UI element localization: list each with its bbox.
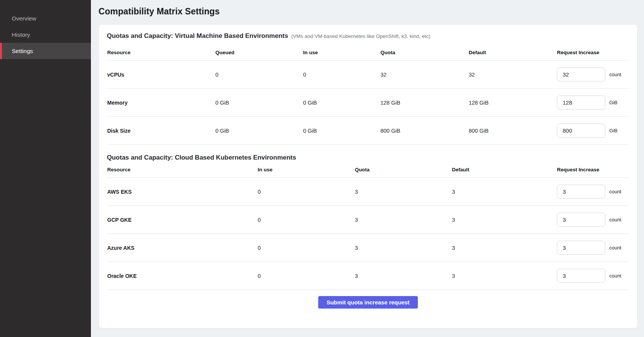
- cloud-section-header: Quotas and Capacity: Cloud Based Kuberne…: [107, 154, 629, 161]
- column-header-resource: Resource: [107, 40, 215, 61]
- table-header-row: Resource In use Quota Default Request In…: [107, 161, 629, 178]
- vm-section-title: Quotas and Capacity: Virtual Machine Bas…: [107, 32, 288, 40]
- resource-name: Memory: [107, 89, 215, 117]
- queued-value: 0: [215, 61, 303, 89]
- request-increase-input[interactable]: [557, 241, 605, 255]
- default-value: 32: [468, 61, 556, 89]
- quota-value: 3: [355, 234, 452, 262]
- in-use-value: 0: [257, 234, 354, 262]
- table-row: GCP GKE 0 3 3 count: [107, 206, 629, 234]
- column-header-queued: Queued: [215, 40, 303, 61]
- queued-value: 0 GiB: [215, 117, 303, 145]
- default-value: 128 GiB: [468, 89, 556, 117]
- quota-table-vm: Resource Queued In use Quota Default Req…: [107, 40, 629, 145]
- sidebar-item-label: Overview: [12, 15, 36, 22]
- column-header-quota: Quota: [355, 161, 452, 178]
- table-row: Oracle OKE 0 3 3 count: [107, 262, 629, 290]
- in-use-value: 0: [257, 262, 354, 290]
- submit-quota-request-button[interactable]: Submit quota increase request: [318, 296, 418, 309]
- sidebar-item-label: History: [12, 31, 30, 38]
- default-value: 3: [452, 206, 556, 234]
- table-row: Disk Size 0 GiB 0 GiB 800 GiB 800 GiB Gi…: [107, 117, 629, 145]
- quota-value: 800 GiB: [380, 117, 468, 145]
- column-header-request-increase: Request Increase: [556, 40, 629, 61]
- resource-name: vCPUs: [107, 61, 215, 89]
- resource-name: Azure AKS: [107, 234, 257, 262]
- sidebar-item-label: Settings: [12, 48, 33, 55]
- column-header-default: Default: [468, 40, 556, 61]
- request-increase-input[interactable]: [557, 213, 605, 227]
- in-use-value: 0: [257, 206, 354, 234]
- resource-name: Oracle OKE: [107, 262, 257, 290]
- in-use-value: 0: [257, 178, 354, 206]
- unit-label: GiB: [609, 100, 617, 105]
- column-header-default: Default: [452, 161, 556, 178]
- resource-name: Disk Size: [107, 117, 215, 145]
- resource-name: GCP GKE: [107, 206, 257, 234]
- quota-value: 32: [380, 61, 468, 89]
- quota-value: 3: [355, 178, 452, 206]
- unit-label: count: [609, 245, 621, 251]
- default-value: 3: [452, 262, 556, 290]
- sidebar-item-history[interactable]: History: [0, 27, 91, 43]
- unit-label: count: [609, 72, 621, 77]
- default-value: 800 GiB: [468, 117, 556, 145]
- request-increase-input[interactable]: [557, 96, 605, 110]
- table-row: Memory 0 GiB 0 GiB 128 GiB 128 GiB GiB: [107, 89, 629, 117]
- footer-bar: Submit quota increase request: [107, 290, 629, 309]
- table-row: vCPUs 0 0 32 32 count: [107, 61, 629, 89]
- quota-value: 3: [355, 206, 452, 234]
- sidebar: Overview History Settings: [0, 0, 91, 337]
- resource-name: AWS EKS: [107, 178, 257, 206]
- in-use-value: 0 GiB: [303, 117, 380, 145]
- quota-value: 3: [355, 262, 452, 290]
- column-header-in-use: In use: [257, 161, 354, 178]
- column-header-quota: Quota: [380, 40, 468, 61]
- default-value: 3: [452, 234, 556, 262]
- column-header-resource: Resource: [107, 161, 257, 178]
- request-increase-input[interactable]: [557, 124, 605, 138]
- column-header-request-increase: Request Increase: [556, 161, 629, 178]
- active-indicator: [0, 43, 2, 59]
- sidebar-item-settings[interactable]: Settings: [0, 43, 91, 59]
- vm-section-subtitle: (VMs and VM-based Kubernetes like OpenSh…: [291, 33, 431, 39]
- in-use-value: 0: [303, 61, 380, 89]
- settings-card: Quotas and Capacity: Virtual Machine Bas…: [98, 24, 638, 329]
- page-title: Compatibility Matrix Settings: [98, 6, 638, 17]
- table-row: Azure AKS 0 3 3 count: [107, 234, 629, 262]
- quota-value: 128 GiB: [380, 89, 468, 117]
- table-header-row: Resource Queued In use Quota Default Req…: [107, 40, 629, 61]
- unit-label: count: [609, 189, 621, 194]
- main-content: Compatibility Matrix Settings Quotas and…: [91, 0, 644, 337]
- column-header-in-use: In use: [303, 40, 380, 61]
- request-increase-input[interactable]: [557, 67, 605, 82]
- request-increase-input[interactable]: [557, 269, 605, 283]
- cloud-section-title: Quotas and Capacity: Cloud Based Kuberne…: [107, 154, 296, 161]
- unit-label: GiB: [609, 128, 617, 133]
- quota-table-cloud: Resource In use Quota Default Request In…: [107, 161, 629, 290]
- sidebar-item-overview[interactable]: Overview: [0, 10, 91, 27]
- default-value: 3: [452, 178, 556, 206]
- table-row: AWS EKS 0 3 3 count: [107, 178, 629, 206]
- unit-label: count: [609, 217, 621, 223]
- request-increase-input[interactable]: [557, 185, 605, 199]
- queued-value: 0 GiB: [215, 89, 303, 117]
- unit-label: count: [609, 273, 621, 279]
- in-use-value: 0 GiB: [303, 89, 380, 117]
- vm-section-header: Quotas and Capacity: Virtual Machine Bas…: [107, 32, 629, 40]
